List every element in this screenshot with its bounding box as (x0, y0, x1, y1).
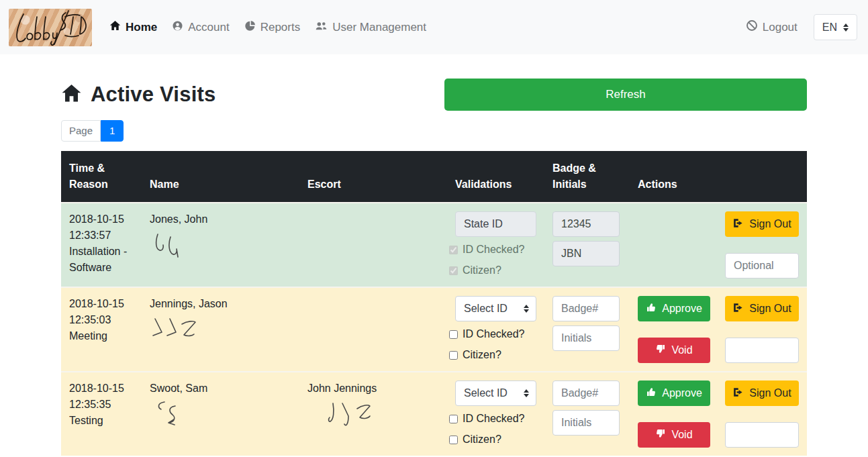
id-type-field: State ID (455, 211, 536, 237)
approve-label: Approve (662, 387, 702, 399)
id-checked-checkbox[interactable] (449, 330, 458, 339)
approve-label: Approve (662, 303, 702, 315)
id-checked-row: ID Checked? (449, 242, 536, 258)
visitor-name: Jones, John (150, 211, 291, 227)
id-checked-checkbox[interactable] (449, 415, 458, 423)
escort-signature (326, 399, 393, 440)
sign-out-icon (732, 302, 744, 316)
citizen-checkbox[interactable] (449, 436, 458, 444)
nav-links: Home Account Reports User Management (109, 20, 426, 35)
approve-button[interactable]: Approve (638, 296, 710, 321)
thumbs-down-icon (655, 428, 666, 442)
navbar-right: Logout EN (746, 14, 857, 40)
sign-out-button[interactable]: Sign Out (725, 211, 799, 237)
pagination-label: Page (61, 120, 101, 142)
badge-field[interactable] (552, 296, 620, 321)
col-time-reason: Time & Reason (61, 151, 142, 203)
col-badge-initials: Badge & Initials (544, 151, 630, 203)
optional-signout-input[interactable] (725, 253, 799, 278)
nav-item-reports[interactable]: Reports (244, 20, 301, 35)
visit-date: 2018-10-15 (69, 296, 134, 312)
void-button[interactable]: Void (638, 338, 710, 363)
signout-column: Sign Out (725, 211, 799, 278)
optional-signout-input[interactable] (725, 422, 799, 448)
time-reason-cell: 2018-10-15 12:35:35 Testing (61, 372, 142, 456)
validations-cell: State ID ID Checked? Citizen? (447, 203, 544, 287)
nav-item-account[interactable]: Account (172, 20, 229, 35)
main-content: Active Visits Refresh Page 1 Time & Reas… (61, 79, 807, 456)
actions-cell: Approve Void (630, 287, 807, 372)
sign-out-icon (732, 217, 744, 232)
actions-cell: Sign Out (630, 203, 807, 287)
id-checked-label[interactable]: ID Checked? (463, 411, 525, 427)
sign-out-label: Sign Out (749, 303, 791, 315)
approve-void-column (638, 211, 710, 278)
void-button[interactable]: Void (638, 422, 710, 448)
signout-column: Sign Out (725, 296, 799, 363)
initials-field[interactable] (552, 325, 620, 351)
page-title: Active Visits (91, 83, 215, 107)
page-header: Active Visits Refresh (61, 79, 807, 111)
refresh-button[interactable]: Refresh (444, 79, 807, 111)
citizen-label[interactable]: Citizen? (463, 431, 501, 448)
id-type-select[interactable]: Select ID (455, 380, 536, 406)
home-icon (109, 20, 121, 35)
sign-out-button[interactable]: Sign Out (725, 296, 799, 321)
sign-out-label: Sign Out (749, 218, 791, 230)
visit-reason: Meeting (69, 328, 134, 344)
citizen-label[interactable]: Citizen? (463, 347, 501, 363)
logout-link[interactable]: Logout (746, 19, 798, 35)
page-title-wrap: Active Visits (61, 83, 215, 107)
name-cell: Swoot, Sam (142, 372, 299, 456)
pagination-page-1[interactable]: 1 (101, 120, 124, 142)
visit-reason: Testing (69, 413, 134, 429)
visitor-signature (150, 230, 191, 272)
id-type-value: Select ID (464, 301, 508, 317)
col-validations: Validations (447, 151, 544, 203)
citizen-checkbox (449, 266, 458, 275)
id-checked-label: ID Checked? (463, 242, 525, 258)
sign-out-icon (732, 387, 744, 401)
language-select[interactable]: EN (814, 14, 857, 40)
escort-cell (299, 287, 447, 372)
optional-signout-input[interactable] (725, 338, 799, 363)
id-type-value: State ID (464, 216, 503, 232)
visit-time: 12:33:57 (69, 227, 134, 244)
visitor-name: Jennings, Jason (150, 296, 291, 312)
time-reason-cell: 2018-10-15 12:35:03 Meeting (61, 287, 142, 372)
users-icon (315, 20, 328, 35)
approve-void-column: Approve Void (638, 296, 710, 363)
id-checked-row: ID Checked? (449, 326, 536, 342)
initials-field[interactable] (552, 410, 620, 436)
citizen-checkbox[interactable] (449, 351, 458, 360)
chevron-updown-icon (843, 23, 849, 32)
nav-item-user-management[interactable]: User Management (315, 20, 426, 35)
ban-icon (746, 19, 758, 35)
top-navbar: Home Account Reports User Management (0, 0, 868, 54)
badge-initials-cell (544, 203, 630, 287)
sign-out-button[interactable]: Sign Out (725, 380, 799, 406)
visit-time: 12:35:35 (69, 397, 134, 413)
id-type-select[interactable]: Select ID (455, 296, 536, 321)
brand-logo[interactable] (9, 9, 92, 46)
citizen-label: Citizen? (463, 262, 501, 278)
nav-item-label: Account (188, 21, 229, 34)
visit-row-jennings: 2018-10-15 12:35:03 Meeting Jennings, Ja… (61, 287, 807, 372)
home-icon-large (61, 83, 82, 107)
chevron-updown-icon (524, 305, 529, 313)
void-label: Void (671, 429, 692, 441)
id-checked-checkbox (449, 246, 458, 254)
validations-cell: Select ID ID Checked? Citizen? (447, 287, 544, 372)
escort-name: John Jennings (307, 380, 439, 397)
nav-item-home[interactable]: Home (109, 20, 157, 35)
col-escort: Escort (299, 151, 447, 203)
visit-date: 2018-10-15 (69, 211, 134, 227)
initials-field (552, 241, 620, 266)
badge-field[interactable] (552, 380, 620, 406)
approve-button[interactable]: Approve (638, 380, 710, 406)
language-value: EN (822, 21, 837, 34)
logout-label: Logout (763, 21, 798, 34)
escort-cell (299, 203, 447, 287)
escort-cell: John Jennings (299, 372, 447, 456)
id-checked-label[interactable]: ID Checked? (463, 326, 525, 342)
